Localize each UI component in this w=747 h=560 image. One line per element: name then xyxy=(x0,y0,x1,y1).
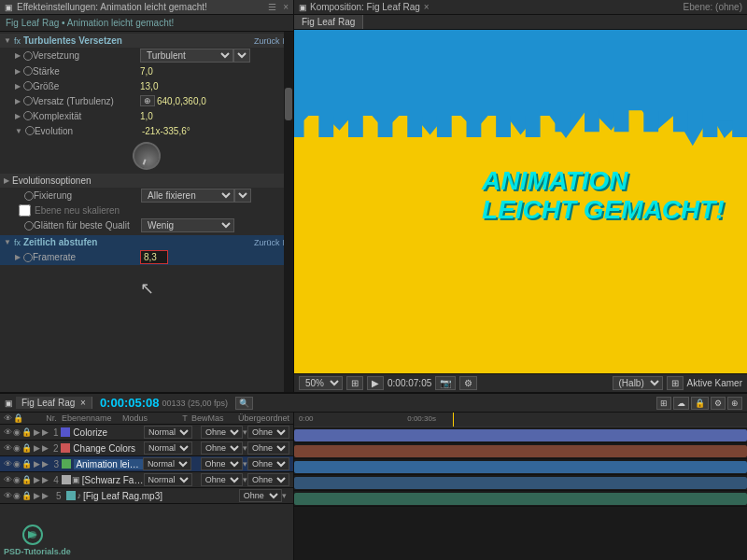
layer-row-2[interactable]: 👁 ◉ 🔒 ▶ ▶ 2 Change Colors Normal Ohne xyxy=(0,441,293,456)
comp-tab-figleafrag[interactable]: Fig Leaf Rag xyxy=(294,15,363,29)
versatz-value[interactable]: 640,0,360,0 xyxy=(157,96,289,106)
turbulent-back-btn[interactable]: Zurück xyxy=(254,36,280,46)
skalieren-checkbox[interactable] xyxy=(19,204,31,217)
evolution-knob[interactable] xyxy=(129,138,164,174)
versetzung-select[interactable]: Turbulent xyxy=(140,49,233,63)
glatten-select[interactable]: Wenig xyxy=(141,218,234,232)
komplexitat-clock[interactable] xyxy=(23,111,33,120)
time-ruler-label-1: 0:00:30s xyxy=(407,414,436,423)
layer-5-expand[interactable]: ▶ xyxy=(42,491,49,500)
layer-4-mode[interactable]: Normal xyxy=(144,473,192,486)
timeline-btn-4[interactable]: ⚙ xyxy=(711,397,726,410)
toolbar-grid-btn[interactable]: ⊞ xyxy=(667,376,684,390)
zoom-select[interactable]: 50% xyxy=(299,376,343,390)
zeitlich-back-btn[interactable]: Zurück xyxy=(254,238,280,247)
cursor-icon: ↖ xyxy=(140,278,154,299)
camera-label: Aktive Kamer xyxy=(687,378,742,388)
layer-3-solo[interactable]: ◉ xyxy=(13,459,21,469)
layer-4-solo[interactable]: ◉ xyxy=(13,475,21,484)
layer-1-solo[interactable]: ◉ xyxy=(13,427,21,437)
glatten-clock[interactable] xyxy=(24,221,34,231)
layer-1-eye[interactable]: 👁 xyxy=(4,427,12,437)
layer-1-bewmas[interactable]: Ohne xyxy=(201,426,243,439)
panel-menu-icon[interactable]: ☰ xyxy=(268,2,276,12)
evolution-knob-row xyxy=(0,138,293,174)
evolution-clock[interactable] xyxy=(25,126,35,135)
fixierung-select[interactable]: Alle fixieren xyxy=(141,189,234,203)
zeitlich-section[interactable]: ▼ fx Zeitlich abstufen Zurück In xyxy=(0,235,293,249)
skalieren-label: Ebene neu skalieren xyxy=(35,205,120,216)
comp-close-icon[interactable]: × xyxy=(424,2,430,12)
fixierung-clock[interactable] xyxy=(24,191,34,201)
timeline-btn-3[interactable]: 🔒 xyxy=(691,397,709,410)
layer-5-collapse[interactable]: ▶ xyxy=(34,491,40,500)
layer-1-expand[interactable]: ▶ xyxy=(42,427,49,437)
turbulent-section-header[interactable]: ▼ fx Turbulentes Versetzen Zurück In xyxy=(0,34,293,48)
toolbar-fit-btn[interactable]: ⊞ xyxy=(346,376,363,390)
layer-4-collapse[interactable]: ▶ xyxy=(34,475,40,484)
timeline-tab[interactable]: Fig Leaf Rag × xyxy=(16,397,92,409)
timeline-btn-5[interactable]: ⊕ xyxy=(727,397,742,410)
starke-value[interactable]: 7,0 xyxy=(140,66,289,77)
layer-5-eye[interactable]: 👁 xyxy=(4,491,12,500)
versetzung-clock[interactable] xyxy=(23,51,33,61)
search-icon-btn[interactable]: 🔍 xyxy=(235,397,253,410)
layer-2-expand[interactable]: ▶ xyxy=(42,443,49,453)
layer-row-1[interactable]: 👁 ◉ 🔒 ▶ ▶ 1 Colorize Normal Ohne xyxy=(0,425,293,441)
layer-3-eye[interactable]: 👁 xyxy=(4,459,12,469)
panel-close-icon[interactable]: × xyxy=(283,2,289,12)
layer-5-solo[interactable]: ◉ xyxy=(13,491,21,500)
layer-3-uber[interactable]: Ohne xyxy=(247,457,289,470)
layer-2-uber[interactable]: Ohne xyxy=(247,441,289,455)
layer-row-3[interactable]: 👁 ◉ 🔒 ▶ ▶ 3 Animation leicht gemacht! No… xyxy=(0,456,293,472)
framerate-clock[interactable] xyxy=(23,253,33,262)
layer-4-bewmas[interactable]: Ohne xyxy=(201,473,243,486)
fps-display: 00133 (25,00 fps) xyxy=(162,399,229,408)
fixierung-extra[interactable]: ▾ xyxy=(234,189,251,203)
layer-3-bewmas[interactable]: Ohne xyxy=(201,457,243,470)
layer-4-lock[interactable]: 🔒 xyxy=(21,475,32,484)
layer-3-expand[interactable]: ▶ xyxy=(42,459,49,469)
grosse-value[interactable]: 13,0 xyxy=(140,81,289,91)
layer-1-uber[interactable]: Ohne xyxy=(247,426,289,439)
timeline-tab-close[interactable]: × xyxy=(80,398,86,408)
layer-5-bewmas[interactable]: Ohne xyxy=(239,489,283,502)
layer-2-solo[interactable]: ◉ xyxy=(13,443,21,453)
toolbar-camera-btn[interactable]: 📷 xyxy=(435,376,456,390)
layer-1-collapse[interactable]: ▶ xyxy=(34,427,40,437)
grosse-clock[interactable] xyxy=(23,81,33,91)
quality-select[interactable]: (Halb) xyxy=(613,376,663,390)
layer-5-bewmas-arrow[interactable]: ▾ xyxy=(282,491,289,500)
evo-options-section[interactable]: ▶ Evolutionsoptionen xyxy=(0,174,293,188)
layer-3-lock[interactable]: 🔒 xyxy=(21,459,32,469)
layer-3-mode[interactable]: Normal xyxy=(143,457,191,470)
layer-2-bewmas[interactable]: Ohne xyxy=(201,441,243,455)
layer-4-eye[interactable]: 👁 xyxy=(4,475,12,484)
komplexitat-value[interactable]: 1,0 xyxy=(140,111,289,121)
toolbar-play-btn[interactable]: ▶ xyxy=(367,376,384,390)
layer-5-lock[interactable]: 🔒 xyxy=(21,491,32,500)
layer-4-expand[interactable]: ▶ xyxy=(42,475,49,484)
versatz-clock[interactable] xyxy=(23,96,33,105)
toolbar-3d-btn[interactable]: ⚙ xyxy=(459,376,477,390)
layer-2-collapse[interactable]: ▶ xyxy=(34,443,40,453)
layer-row-5[interactable]: 👁 ◉ 🔒 ▶ ▶ 5 ♪ [Fig Leaf Rag.mp3] Ohne xyxy=(0,488,293,504)
timeline-btn-1[interactable]: ⊞ xyxy=(656,397,671,410)
time-ruler: 0:00 0:00:30s xyxy=(294,413,747,427)
layer-5-vis-controls: 👁 ◉ 🔒 xyxy=(4,491,32,500)
starke-clock[interactable] xyxy=(23,66,33,76)
versetzung-extra[interactable]: ▾ xyxy=(233,49,250,63)
layer-3-collapse[interactable]: ▶ xyxy=(34,459,40,469)
left-panel-scrollbar[interactable] xyxy=(284,32,293,392)
layer-2-eye[interactable]: 👁 xyxy=(4,443,12,453)
layer-4-uber[interactable]: Ohne xyxy=(247,473,289,486)
layer-row-4[interactable]: 👁 ◉ 🔒 ▶ ▶ 4 ▣ [Schwarz Farbfläche 1] Nor… xyxy=(0,472,293,488)
layer-1-mode[interactable]: Normal xyxy=(144,426,192,439)
layer-1-lock[interactable]: 🔒 xyxy=(21,427,32,437)
evolution-value[interactable]: -21x-335,6° xyxy=(142,126,289,136)
framerate-value[interactable]: 8,3 xyxy=(140,250,168,264)
layer-2-mode[interactable]: Normal xyxy=(144,441,192,455)
layer-2-lock[interactable]: 🔒 xyxy=(21,443,32,453)
layer-3-color xyxy=(62,459,71,469)
timeline-btn-2[interactable]: ☁ xyxy=(673,397,689,410)
